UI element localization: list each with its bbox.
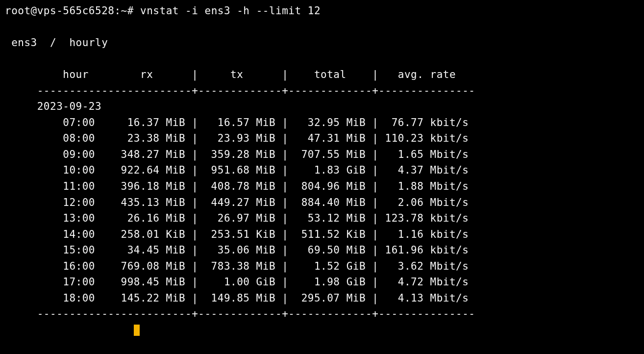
cell-tx: 783.38 MiB xyxy=(198,260,275,272)
cell-total: 1.98 GiB xyxy=(288,276,366,288)
cell-total: 511.52 KiB xyxy=(288,228,366,240)
cell-rate: 3.62 Mbit/s xyxy=(378,260,469,272)
cell-tx: 35.06 MiB xyxy=(198,244,275,256)
cell-hour: 13:00 xyxy=(5,212,95,224)
date-label: 2023-09-23 xyxy=(37,101,101,112)
cell-tx: 359.28 MiB xyxy=(198,149,275,160)
cell-rate: 110.23 kbit/s xyxy=(378,132,469,144)
table-body: 07:00 16.37 MiB | 16.57 MiB | 32.95 MiB … xyxy=(5,117,469,304)
cell-total: 1.83 GiB xyxy=(288,164,366,176)
cell-hour: 10:00 xyxy=(5,164,95,176)
col-rate: avg. rate xyxy=(398,69,456,80)
prompt-cwd: ~ xyxy=(121,5,127,17)
cell-tx: 26.97 MiB xyxy=(198,212,275,224)
cell-hour: 16:00 xyxy=(5,260,95,272)
cell-rate: 123.78 kbit/s xyxy=(378,212,469,224)
table-row: 15:00 34.45 MiB | 35.06 MiB | 69.50 MiB … xyxy=(5,244,469,256)
cell-rate: 1.65 Mbit/s xyxy=(378,149,469,160)
cell-hour: 09:00 xyxy=(5,149,95,160)
cell-tx: 23.93 MiB xyxy=(198,132,275,144)
cell-rx: 348.27 MiB xyxy=(95,149,185,160)
col-total: total xyxy=(314,69,347,80)
cell-total: 47.31 MiB xyxy=(288,132,366,144)
cell-rx: 145.22 MiB xyxy=(95,292,185,304)
cell-tx: 253.51 KiB xyxy=(198,228,275,240)
cell-tx: 16.57 MiB xyxy=(198,117,275,128)
cell-rx: 34.45 MiB xyxy=(95,244,185,256)
cell-rx: 26.16 MiB xyxy=(95,212,185,224)
cell-rate: 4.72 Mbit/s xyxy=(378,276,469,288)
table-row: 18:00 145.22 MiB | 149.85 MiB | 295.07 M… xyxy=(5,292,469,304)
cell-hour: 18:00 xyxy=(5,292,95,304)
cell-total: 1.52 GiB xyxy=(288,260,366,272)
cell-total: 804.96 MiB xyxy=(288,180,366,192)
cell-tx: 1.00 GiB xyxy=(198,276,275,288)
cell-rate: 2.06 Mbit/s xyxy=(378,197,469,208)
cell-tx: 408.78 MiB xyxy=(198,180,275,192)
table-row: 17:00 998.45 MiB | 1.00 GiB | 1.98 GiB |… xyxy=(5,276,469,288)
cell-rx: 435.13 MiB xyxy=(95,197,185,208)
table-row: 10:00 922.64 MiB | 951.68 MiB | 1.83 GiB… xyxy=(5,164,469,176)
cursor-line xyxy=(5,324,140,336)
cell-rate: 161.96 kbit/s xyxy=(378,244,469,256)
prompt-symbol: # xyxy=(127,5,134,17)
cell-hour: 12:00 xyxy=(5,197,95,208)
cell-rx: 998.45 MiB xyxy=(95,276,185,288)
prompt-user-host: root@vps-565c6528 xyxy=(5,5,114,17)
cell-hour: 11:00 xyxy=(5,180,95,192)
col-hour: hour xyxy=(63,69,89,80)
cell-rx: 258.01 KiB xyxy=(95,228,185,240)
cell-hour: 17:00 xyxy=(5,276,95,288)
prompt-line: root@vps-565c6528:~# vnstat -i ens3 -h -… xyxy=(5,5,321,17)
table-divider-bottom: ------------------------+-------------+-… xyxy=(5,308,475,320)
table-header-line: hour rx | tx | total | avg. rate xyxy=(5,69,456,80)
mode-label: hourly xyxy=(69,37,108,49)
cell-rx: 396.18 MiB xyxy=(95,180,185,192)
cell-hour: 15:00 xyxy=(5,244,95,256)
cursor-icon xyxy=(134,325,140,336)
col-rx: rx xyxy=(140,69,153,80)
cell-rx: 922.64 MiB xyxy=(95,164,185,176)
table-row: 08:00 23.38 MiB | 23.93 MiB | 47.31 MiB … xyxy=(5,132,469,144)
table-row: 12:00 435.13 MiB | 449.27 MiB | 884.40 M… xyxy=(5,197,469,208)
cell-total: 32.95 MiB xyxy=(288,117,366,128)
cell-rate: 1.16 kbit/s xyxy=(378,228,469,240)
cell-tx: 149.85 MiB xyxy=(198,292,275,304)
interface-name: ens3 xyxy=(11,37,37,49)
cell-total: 53.12 MiB xyxy=(288,212,366,224)
cell-hour: 07:00 xyxy=(5,117,95,128)
cell-tx: 951.68 MiB xyxy=(198,164,275,176)
cell-hour: 08:00 xyxy=(5,132,95,144)
cell-rate: 4.13 Mbit/s xyxy=(378,292,469,304)
col-tx: tx xyxy=(230,69,243,80)
cell-rate: 1.88 Mbit/s xyxy=(378,180,469,192)
cell-rate: 4.37 Mbit/s xyxy=(378,164,469,176)
cell-hour: 14:00 xyxy=(5,228,95,240)
table-row: 16:00 769.08 MiB | 783.38 MiB | 1.52 GiB… xyxy=(5,260,469,272)
cell-rx: 769.08 MiB xyxy=(95,260,185,272)
cell-total: 295.07 MiB xyxy=(288,292,366,304)
table-row: 07:00 16.37 MiB | 16.57 MiB | 32.95 MiB … xyxy=(5,117,469,128)
table-row: 14:00 258.01 KiB | 253.51 KiB | 511.52 K… xyxy=(5,228,469,240)
cell-total: 707.55 MiB xyxy=(288,149,366,160)
command-text: vnstat -i ens3 -h --limit 12 xyxy=(140,5,321,17)
table-row: 09:00 348.27 MiB | 359.28 MiB | 707.55 M… xyxy=(5,149,469,160)
table-row: 13:00 26.16 MiB | 26.97 MiB | 53.12 MiB … xyxy=(5,212,469,224)
cell-total: 69.50 MiB xyxy=(288,244,366,256)
cell-rx: 16.37 MiB xyxy=(95,117,185,128)
terminal-output[interactable]: root@vps-565c6528:~# vnstat -i ens3 -h -… xyxy=(0,0,644,338)
cell-tx: 449.27 MiB xyxy=(198,197,275,208)
cell-rate: 76.77 kbit/s xyxy=(378,117,469,128)
cell-total: 884.40 MiB xyxy=(288,197,366,208)
table-row: 11:00 396.18 MiB | 408.78 MiB | 804.96 M… xyxy=(5,180,469,192)
table-divider: ------------------------+-------------+-… xyxy=(5,85,475,97)
cell-rx: 23.38 MiB xyxy=(95,132,185,144)
table-date-row: 2023-09-23 xyxy=(5,101,101,112)
